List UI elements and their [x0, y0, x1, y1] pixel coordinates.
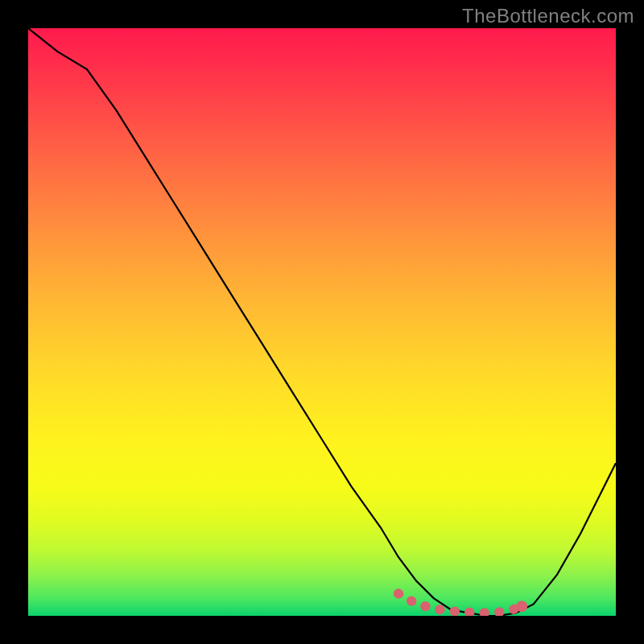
chart-frame: TheBottleneck.com [0, 0, 644, 644]
gradient-background [28, 28, 616, 616]
watermark-text: TheBottleneck.com [462, 5, 634, 27]
